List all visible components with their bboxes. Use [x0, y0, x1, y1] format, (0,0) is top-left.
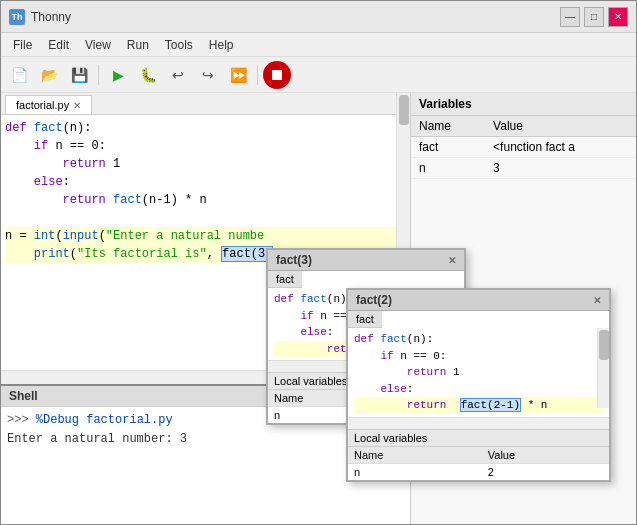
editor-tab-bar: factorial.py ✕ [1, 93, 410, 115]
frame1-title: fact(3) [276, 253, 312, 267]
vscroll-thumb[interactable] [399, 95, 409, 125]
code-line-5: return fact(n-1) * n [5, 191, 406, 209]
frame2-header: fact(2) ✕ [348, 290, 609, 311]
tab-label: factorial.py [16, 99, 69, 111]
frame1-header: fact(3) ✕ [268, 250, 464, 271]
vars-cell-name-fact: fact [411, 137, 485, 158]
frame2-code-line-2: if n == 0: [354, 348, 603, 365]
code-line-6 [5, 209, 406, 227]
menu-view[interactable]: View [77, 36, 119, 54]
close-button[interactable]: ✕ [608, 7, 628, 27]
toolbar-separator-2 [257, 65, 258, 85]
stop-button[interactable] [263, 61, 291, 89]
shell-command: %Debug factorial.py [36, 413, 173, 427]
menu-bar: File Edit View Run Tools Help [1, 33, 636, 57]
run-button[interactable]: ▶ [104, 61, 132, 89]
vars-row-n: n 3 [411, 158, 636, 179]
menu-help[interactable]: Help [201, 36, 242, 54]
frame1-tab[interactable]: fact [268, 271, 302, 288]
frame2-code-line-1: def fact(n): [354, 331, 603, 348]
toolbar-separator-1 [98, 65, 99, 85]
variables-header: Variables [411, 93, 636, 116]
maximize-button[interactable]: □ [584, 7, 604, 27]
frame2-vscroll-thumb[interactable] [599, 330, 609, 360]
new-file-button[interactable]: 📄 [5, 61, 33, 89]
stack-frame-fact2: fact(2) ✕ fact def fact(n): if n == 0: r… [346, 288, 611, 482]
frame2-col-name: Name [348, 447, 482, 464]
vars-col-name: Name [411, 116, 485, 137]
frame2-vars-table: Name Value n 2 [348, 447, 609, 480]
menu-run[interactable]: Run [119, 36, 157, 54]
code-line-3: return 1 [5, 155, 406, 173]
debug-button[interactable]: 🐛 [134, 61, 162, 89]
frame2-code-line-3: return 1 [354, 364, 603, 381]
tab-close-icon[interactable]: ✕ [73, 100, 81, 111]
editor-tab-factorial[interactable]: factorial.py ✕ [5, 95, 92, 114]
frame2-close-icon[interactable]: ✕ [593, 295, 601, 306]
frame2-title: fact(2) [356, 293, 392, 307]
frame2-var-row: n 2 [348, 463, 609, 480]
code-line-7: n = int(input("Enter a natural numbe [5, 227, 406, 245]
shell-output-line: Enter a natural number: 3 [7, 430, 404, 449]
window-controls: — □ ✕ [560, 7, 628, 27]
vars-col-value: Value [485, 116, 636, 137]
frame1-close-icon[interactable]: ✕ [448, 255, 456, 266]
frame2-code-line-4: else: [354, 381, 603, 398]
frame2-code[interactable]: def fact(n): if n == 0: return 1 else: r… [348, 328, 609, 417]
code-line-4: else: [5, 173, 406, 191]
code-line-1: def fact(n): [5, 119, 406, 137]
step-into-button[interactable]: ↪ [194, 61, 222, 89]
menu-tools[interactable]: Tools [157, 36, 201, 54]
window-title: Thonny [31, 10, 560, 24]
frame2-hscroll[interactable] [348, 417, 609, 429]
frame2-col-value: Value [482, 447, 609, 464]
frame2-var-name: n [348, 463, 482, 480]
menu-file[interactable]: File [5, 36, 40, 54]
vars-cell-value-n: 3 [485, 158, 636, 179]
step-over-button[interactable]: ↩ [164, 61, 192, 89]
app-icon: Th [9, 9, 25, 25]
frame2-var-value: 2 [482, 463, 609, 480]
vars-row-fact: fact <function fact a [411, 137, 636, 158]
menu-edit[interactable]: Edit [40, 36, 77, 54]
content-area: factorial.py ✕ def fact(n): if n == 0: r… [1, 93, 636, 524]
main-window: Th Thonny — □ ✕ File Edit View Run Tools… [0, 0, 637, 525]
frame2-vars-header: Local variables [348, 429, 609, 447]
shell-prompt: >>> [7, 413, 36, 427]
frame2-vscroll[interactable] [597, 328, 609, 408]
toolbar: 📄 📂 💾 ▶ 🐛 ↩ ↪ ⏩ [1, 57, 636, 93]
frame2-tab[interactable]: fact [348, 311, 382, 328]
minimize-button[interactable]: — [560, 7, 580, 27]
svg-rect-0 [272, 70, 282, 80]
open-file-button[interactable]: 📂 [35, 61, 63, 89]
code-line-2: if n == 0: [5, 137, 406, 155]
save-file-button[interactable]: 💾 [65, 61, 93, 89]
variables-table: Name Value fact <function fact a n 3 [411, 116, 636, 179]
vars-cell-value-fact: <function fact a [485, 137, 636, 158]
frame2-code-line-5: return fact(2-1) * n [354, 397, 603, 414]
title-bar: Th Thonny — □ ✕ [1, 1, 636, 33]
step-out-button[interactable]: ⏩ [224, 61, 252, 89]
vars-cell-name-n: n [411, 158, 485, 179]
